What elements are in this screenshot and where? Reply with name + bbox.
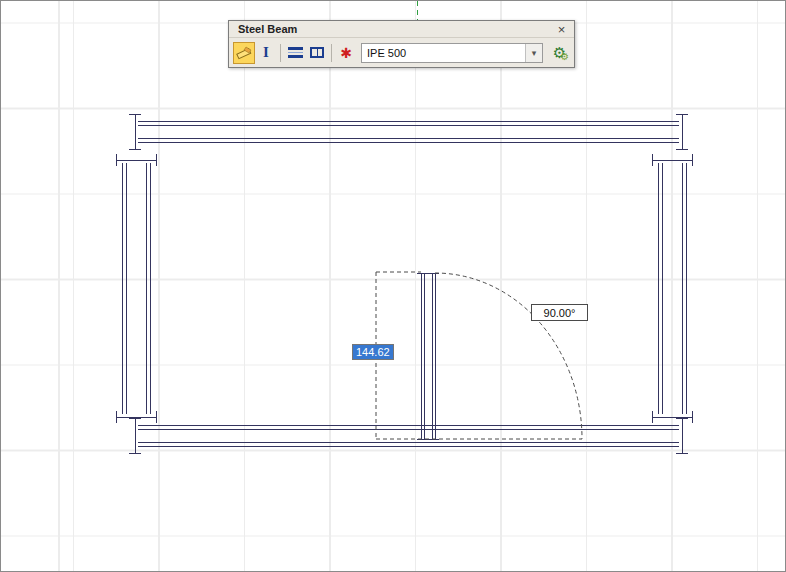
top-beam[interactable]: [129, 114, 688, 149]
cad-window: 144.62 90.00° Steel Beam × I: [0, 0, 786, 572]
red-asterisk-icon: ✱: [340, 46, 352, 60]
left-column[interactable]: [116, 154, 156, 423]
toolbar-separator: [331, 44, 332, 62]
bottom-beam[interactable]: [129, 418, 688, 453]
length-input[interactable]: 144.62: [352, 344, 394, 360]
drawing-canvas[interactable]: 144.62 90.00°: [1, 1, 785, 571]
settings-button[interactable]: ⚙ ⚙: [548, 42, 574, 64]
construction-lines: [376, 272, 582, 439]
right-column[interactable]: [652, 154, 692, 423]
chevron-down-icon[interactable]: ▾: [525, 44, 542, 62]
profile-value: IPE 500: [362, 44, 525, 62]
beam-elevation-button[interactable]: [284, 42, 306, 64]
close-icon[interactable]: ×: [554, 22, 569, 36]
angle-input[interactable]: 90.00°: [531, 304, 588, 321]
angle-arc: [435, 273, 582, 439]
cancel-button[interactable]: ✱: [335, 42, 357, 64]
gear-icon-small: ⚙: [560, 52, 569, 62]
frame-view-icon: [310, 47, 324, 58]
palette-toolbar: I ✱ IPE 500 ▾ ⚙ ⚙: [229, 38, 574, 67]
i-section-button[interactable]: I: [255, 42, 277, 64]
create-beam-button[interactable]: [233, 42, 255, 64]
new-beam[interactable]: [417, 273, 439, 439]
steel-beam-palette: Steel Beam × I ✱: [228, 20, 575, 68]
toolbar-separator: [280, 44, 281, 62]
drawing-svg: [1, 1, 785, 571]
i-section-icon: I: [263, 45, 269, 60]
beam-frame-button[interactable]: [306, 42, 328, 64]
profile-select[interactable]: IPE 500 ▾: [361, 43, 543, 63]
palette-titlebar[interactable]: Steel Beam ×: [229, 21, 574, 38]
beam-elevation-icon: [288, 47, 303, 58]
beam-sketch-icon: [235, 44, 253, 62]
palette-title: Steel Beam: [238, 23, 554, 35]
